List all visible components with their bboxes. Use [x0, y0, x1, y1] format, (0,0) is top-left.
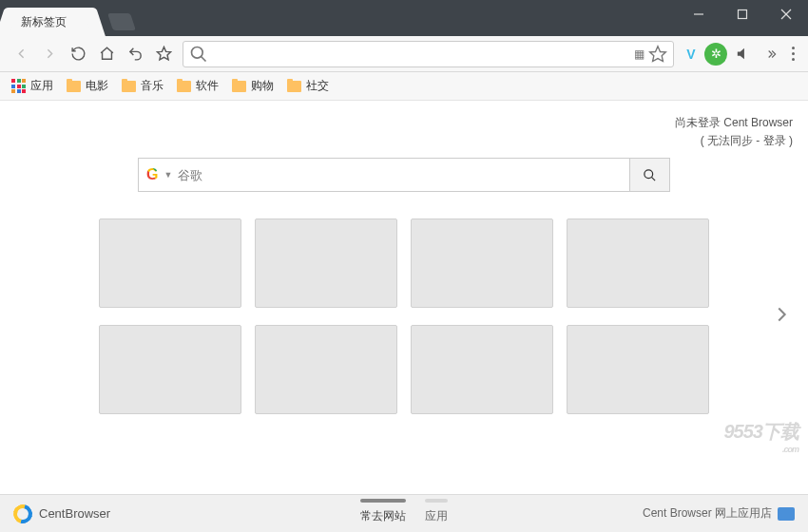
bookmark-folder[interactable]: 电影 [67, 78, 108, 94]
folder-icon [177, 81, 191, 92]
bookmark-folder[interactable]: 音乐 [122, 78, 164, 94]
window-controls [677, 0, 808, 28]
svg-marker-7 [650, 46, 666, 61]
minimize-button[interactable] [677, 0, 721, 28]
bookmark-folder[interactable]: 软件 [177, 78, 219, 94]
search-row: G ▼ [138, 158, 670, 192]
close-button[interactable] [764, 0, 808, 28]
google-logo-icon: G [146, 166, 158, 183]
tab-title: 新标签页 [21, 14, 67, 30]
speed-dial-tile[interactable] [567, 218, 709, 308]
search-engine-dropdown[interactable]: ▼ [164, 170, 172, 180]
svg-point-5 [192, 47, 203, 58]
svg-line-6 [202, 56, 206, 61]
search-input[interactable] [178, 168, 622, 182]
reload-button[interactable] [65, 41, 91, 67]
folder-icon [67, 81, 81, 92]
folder-icon [122, 81, 136, 92]
search-box[interactable]: G ▼ [138, 158, 630, 192]
bookmark-star-button[interactable] [150, 41, 177, 67]
bookmarks-bar: 应用 电影 音乐 软件 购物 社交 [0, 72, 808, 101]
login-status-line1: 尚未登录 Cent Browser [675, 114, 793, 132]
qr-icon[interactable]: ▦ [629, 45, 648, 64]
speed-dial-tile[interactable] [411, 325, 553, 414]
svg-point-8 [644, 169, 653, 178]
footer-bar: CentBrowser 常去网站 应用 Cent Browser 网上应用店 [0, 494, 808, 532]
extension-v-icon[interactable]: V [680, 43, 702, 66]
footer-tabs: 常去网站 应用 [360, 503, 448, 524]
speed-dial-tile[interactable] [255, 325, 397, 414]
bookmark-folder[interactable]: 购物 [232, 78, 274, 94]
svg-line-9 [651, 177, 655, 180]
speed-dial-tile[interactable] [411, 218, 553, 308]
folder-icon [232, 81, 246, 92]
browser-tab[interactable]: 新标签页 [8, 8, 93, 36]
search-button[interactable] [630, 158, 670, 192]
footer-tab-most-visited[interactable]: 常去网站 [360, 503, 406, 524]
login-status-line2: ( 无法同步 - 登录 ) [675, 132, 793, 150]
webstore-link[interactable]: Cent Browser 网上应用店 [643, 505, 795, 522]
apps-grid-icon [11, 79, 26, 93]
search-icon [189, 45, 208, 64]
main-menu-button[interactable] [786, 47, 800, 61]
webstore-icon [778, 507, 795, 521]
brand: CentBrowser [13, 504, 110, 523]
navigation-toolbar: ▦ V ✲ [0, 36, 808, 72]
apps-shortcut[interactable]: 应用 [11, 78, 53, 94]
bookmark-page-icon[interactable] [648, 45, 667, 64]
address-input[interactable] [208, 47, 629, 61]
footer-tab-apps[interactable]: 应用 [425, 503, 448, 524]
new-tab-button[interactable] [107, 13, 136, 30]
watermark: 9553下载 .com [724, 419, 799, 454]
apps-label: 应用 [30, 78, 53, 94]
folder-icon [287, 81, 301, 92]
next-page-arrow[interactable] [771, 304, 792, 329]
extension-globe-icon[interactable]: ✲ [704, 43, 727, 66]
address-bar[interactable]: ▦ [183, 41, 674, 67]
centbrowser-logo-icon [10, 501, 35, 526]
speed-dial-tile[interactable] [99, 325, 241, 414]
login-link[interactable]: 登录 [763, 134, 786, 147]
bookmark-folder[interactable]: 社交 [287, 78, 329, 94]
undo-close-tab-button[interactable] [122, 41, 148, 67]
home-button[interactable] [93, 41, 120, 67]
login-status: 尚未登录 Cent Browser ( 无法同步 - 登录 ) [675, 114, 793, 150]
brand-name: CentBrowser [39, 506, 110, 521]
speed-dial-tile[interactable] [567, 325, 709, 414]
mute-button[interactable] [729, 41, 756, 67]
maximize-button[interactable] [721, 0, 764, 28]
forward-button[interactable] [36, 41, 63, 67]
svg-marker-4 [157, 47, 170, 59]
speed-dial [71, 218, 737, 414]
speed-dial-tile[interactable] [255, 218, 397, 308]
back-button[interactable] [8, 41, 34, 67]
tile-grid [71, 218, 737, 414]
svg-rect-1 [739, 10, 747, 19]
window-titlebar: 新标签页 [0, 0, 808, 36]
new-tab-content: 尚未登录 Cent Browser ( 无法同步 - 登录 ) G ▼ 9553… [0, 101, 808, 494]
overflow-chevron[interactable] [758, 41, 784, 67]
speed-dial-tile[interactable] [99, 218, 241, 308]
